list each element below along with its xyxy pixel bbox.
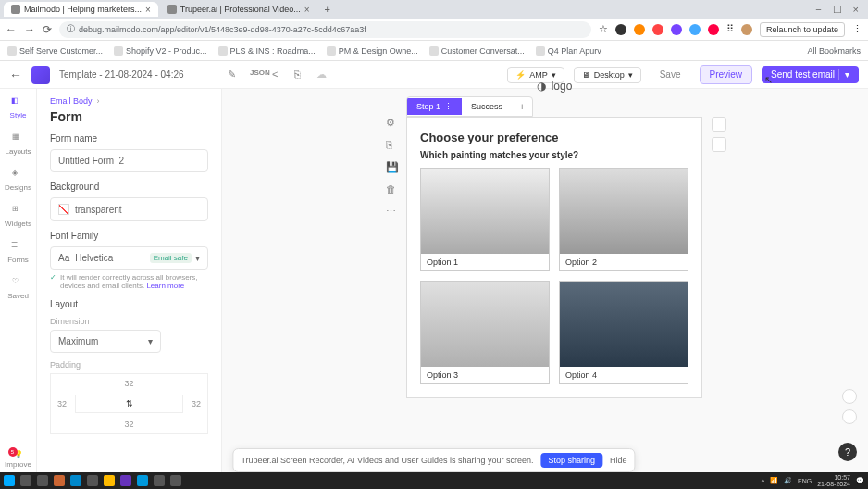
wifi-icon[interactable]: 📶 — [770, 477, 778, 484]
close-icon[interactable]: × — [145, 5, 151, 15]
taskbar-app-icon[interactable] — [70, 475, 81, 486]
app-logo[interactable] — [31, 66, 50, 84]
option-card[interactable]: Option 3 — [420, 281, 550, 384]
copy-icon[interactable]: ⎘ — [386, 139, 399, 152]
taskbar-app-icon[interactable] — [120, 475, 131, 486]
form-name-input[interactable] — [50, 149, 208, 172]
export-icon[interactable]: ⎘ — [294, 69, 307, 82]
padding-control[interactable]: 32 32⇅32 32 — [50, 373, 208, 434]
language-indicator[interactable]: ENG — [798, 478, 812, 484]
rail-item-designs[interactable]: ◈Designs — [5, 169, 31, 192]
properties-panel: Email Body › Form Form name Background t… — [37, 89, 222, 472]
padding-top[interactable]: 32 — [75, 374, 183, 393]
dimension-select[interactable]: Maximum▾ — [50, 330, 161, 353]
email-canvas[interactable]: Choose your preference Which painting ma… — [406, 117, 702, 398]
stop-sharing-button[interactable]: Stop sharing — [541, 453, 603, 468]
background-select[interactable]: transparent — [50, 197, 208, 221]
extension-icon[interactable] — [689, 24, 701, 35]
bookmark-item[interactable]: PLS & INS : Roadma... — [218, 46, 316, 56]
step-tab-active[interactable]: Step 1⋮ — [407, 98, 462, 115]
url-input[interactable]: ⓘ debug.mailmodo.com/app/editor/v1/5448c… — [59, 21, 591, 38]
layout-label: Layout — [50, 299, 208, 309]
extension-icon[interactable] — [671, 24, 682, 35]
step-menu-icon[interactable]: ⋮ — [444, 102, 453, 111]
form-step-tabs: Step 1⋮ Success + — [406, 96, 533, 117]
add-step-button[interactable]: + — [512, 101, 532, 112]
option-card[interactable]: Option 4 — [559, 281, 688, 384]
font-family-select[interactable]: AaHelvetica Email safe▾ — [50, 246, 208, 270]
share-icon[interactable]: < — [272, 69, 285, 82]
rail-item-style[interactable]: ◧Style — [10, 96, 27, 119]
new-tab-button[interactable]: + — [319, 4, 336, 15]
comment-icon[interactable] — [712, 117, 726, 132]
extension-icon[interactable] — [708, 24, 719, 35]
save-icon[interactable]: 💾 — [386, 161, 399, 174]
padding-right[interactable]: 32 — [185, 395, 207, 413]
option-card[interactable]: Option 1 — [420, 168, 550, 271]
minimize-icon[interactable]: − — [815, 4, 821, 16]
search-icon[interactable] — [20, 475, 31, 486]
rail-item-layouts[interactable]: ▦Layouts — [5, 132, 31, 156]
close-icon[interactable]: × — [304, 5, 310, 15]
step-tab[interactable]: Success — [462, 98, 512, 115]
breadcrumb-parent[interactable]: Email Body — [50, 96, 93, 106]
json-icon[interactable]: JSON — [250, 69, 263, 82]
link-icon[interactable]: ⇅ — [75, 395, 183, 413]
redo-icon[interactable] — [842, 409, 857, 424]
taskbar-app-icon[interactable] — [87, 475, 98, 486]
tray-icon[interactable]: ^ — [762, 478, 764, 484]
undo-icon[interactable] — [842, 389, 857, 404]
send-test-email-button[interactable]: Send test email ▾ — [762, 66, 859, 83]
volume-icon[interactable]: 🔊 — [784, 477, 792, 484]
rail-item-widgets[interactable]: ⊞Widgets — [5, 205, 31, 228]
star-icon[interactable]: ☆ — [599, 23, 608, 35]
menu-icon[interactable]: ⋮ — [852, 23, 862, 35]
all-bookmarks-button[interactable]: All Bookmarks — [807, 46, 861, 56]
back-arrow-icon[interactable]: ← — [9, 68, 22, 82]
taskbar-app-icon[interactable] — [104, 475, 115, 486]
option-image — [421, 169, 549, 254]
taskbar-app-icon[interactable] — [154, 475, 165, 486]
more-icon[interactable]: ⋯ — [386, 206, 399, 219]
padding-left[interactable]: 32 — [51, 395, 73, 413]
close-window-icon[interactable]: × — [853, 4, 859, 16]
taskbar-app-icon[interactable] — [170, 475, 181, 486]
edit-icon[interactable]: ✎ — [228, 69, 241, 82]
relaunch-button[interactable]: Relaunch to update — [760, 22, 845, 37]
rail-item-saved[interactable]: ♡Saved — [7, 277, 29, 300]
delete-icon[interactable]: 🗑 — [386, 183, 399, 196]
learn-more-link[interactable]: Learn more — [146, 282, 184, 290]
settings-icon[interactable]: ⚙ — [386, 117, 399, 130]
start-icon[interactable] — [4, 475, 15, 486]
padding-bottom[interactable]: 32 — [75, 415, 183, 433]
bookmark-item[interactable]: Self Serve Customer... — [7, 46, 103, 56]
preview-button[interactable]: Preview — [700, 65, 753, 84]
browser-tab[interactable]: Trupeer.ai | Professional Video... × — [160, 2, 317, 17]
extension-icon[interactable] — [615, 24, 626, 35]
bookmark-item[interactable]: Customer Conversat... — [429, 46, 525, 56]
back-icon[interactable]: ← — [6, 23, 17, 36]
bookmark-item[interactable]: Q4 Plan Apurv — [536, 46, 601, 56]
site-info-icon[interactable]: ⓘ — [67, 23, 75, 35]
option-card[interactable]: Option 2 — [559, 168, 688, 271]
rail-item-forms[interactable]: ☰Forms — [7, 241, 29, 264]
browser-tab-active[interactable]: Mailmodo | Helping marketers... × — [4, 2, 158, 17]
taskbar-app-icon[interactable] — [137, 475, 148, 486]
task-view-icon[interactable] — [37, 475, 48, 486]
layer-icon[interactable] — [712, 137, 726, 152]
profile-avatar[interactable] — [741, 24, 752, 35]
help-button[interactable]: ? — [838, 443, 857, 461]
bookmark-item[interactable]: PM & Design Owne... — [327, 46, 418, 56]
rail-item-improve[interactable]: 💡5 Improve — [5, 450, 31, 469]
forward-icon[interactable]: → — [24, 23, 35, 36]
extension-icon[interactable] — [652, 24, 663, 35]
bookmark-item[interactable]: Shopify V2 - Produc... — [114, 46, 207, 56]
notifications-icon[interactable]: 💬 — [856, 477, 864, 484]
taskbar-app-icon[interactable] — [54, 475, 65, 486]
chevron-down-icon[interactable]: ▾ — [838, 69, 849, 80]
maximize-icon[interactable]: ☐ — [833, 4, 842, 16]
reload-icon[interactable]: ⟳ — [43, 23, 52, 36]
hide-button[interactable]: Hide — [610, 456, 627, 465]
extension-icon[interactable] — [634, 24, 645, 35]
extensions-icon[interactable]: ⠿ — [726, 23, 734, 35]
